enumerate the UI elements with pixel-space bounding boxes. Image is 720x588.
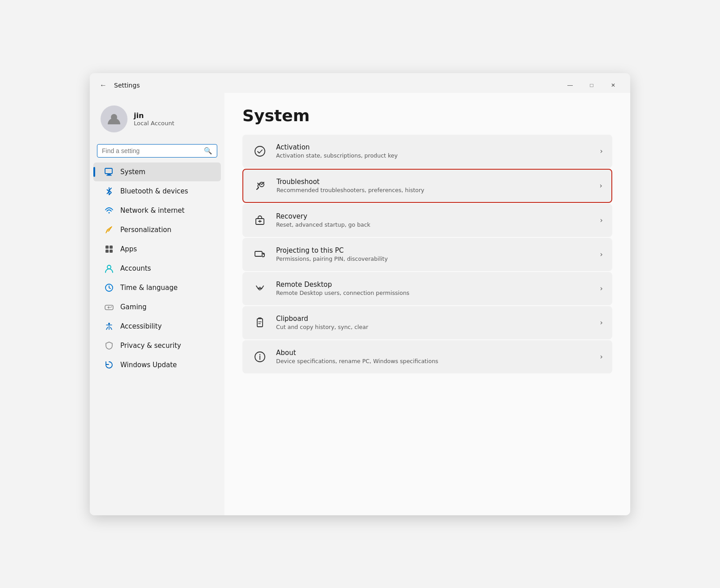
settings-item-recovery[interactable]: Recovery Reset, advanced startup, go bac… [242,204,612,237]
settings-item-projecting[interactable]: Projecting to this PC Permissions, pairi… [242,238,612,271]
recovery-chevron: › [600,216,603,224]
avatar [101,105,127,132]
personalization-icon [104,225,114,235]
sidebar-item-time[interactable]: Time & language [93,278,221,297]
titlebar: ← Settings — □ ✕ [90,73,630,93]
settings-item-remote[interactable]: Remote Desktop Remote Desktop users, con… [242,272,612,305]
settings-item-clipboard[interactable]: Clipboard Cut and copy history, sync, cl… [242,306,612,339]
svg-point-13 [110,307,111,308]
sidebar-item-network[interactable]: Network & internet [93,201,221,220]
remote-desc: Remote Desktop users, connection permiss… [276,290,600,296]
sidebar-item-apps-label: Apps [120,245,137,253]
activation-text: Activation Activation state, subscriptio… [276,143,600,159]
settings-item-activation[interactable]: Activation Activation state, subscriptio… [242,135,612,168]
about-icon [252,349,268,365]
recovery-text: Recovery Reset, advanced startup, go bac… [276,212,600,228]
troubleshoot-chevron: › [600,181,602,190]
remote-title: Remote Desktop [276,281,600,289]
recovery-icon [252,212,268,228]
minimize-button[interactable]: — [560,79,580,92]
time-icon [104,283,114,293]
system-icon [104,167,114,177]
sidebar-item-personalization[interactable]: Personalization [93,220,221,239]
settings-list: Activation Activation state, subscriptio… [242,135,612,373]
sidebar-item-bluetooth[interactable]: Bluetooth & devices [93,182,221,201]
activation-title: Activation [276,143,600,151]
sidebar-item-system-label: System [120,168,145,176]
network-icon [104,206,114,215]
sidebar-item-update-label: Windows Update [120,361,177,369]
activation-desc: Activation state, subscriptions, product… [276,152,600,159]
remote-icon [252,281,268,297]
svg-rect-7 [110,246,113,249]
maximize-button[interactable]: □ [582,79,601,92]
settings-item-troubleshoot[interactable]: Troubleshoot Recommended troubleshooters… [242,169,612,203]
svg-point-14 [111,306,112,307]
about-chevron: › [600,352,603,361]
recovery-desc: Reset, advanced startup, go back [276,221,600,228]
clipboard-icon [252,315,268,331]
svg-rect-8 [105,250,109,253]
user-sub: Local Account [134,120,174,127]
privacy-icon [104,341,114,351]
back-button[interactable]: ← [97,79,110,92]
sidebar-item-accessibility[interactable]: Accessibility [93,317,221,336]
sidebar-item-accounts-label: Accounts [120,264,151,272]
settings-item-about[interactable]: About Device specifications, rename PC, … [242,340,612,373]
sidebar-item-accessibility-label: Accessibility [120,322,162,330]
search-input[interactable] [102,147,200,154]
close-button[interactable]: ✕ [603,79,623,92]
troubleshoot-desc: Recommended troubleshooters, preferences… [277,187,600,193]
user-section[interactable]: jin Local Account [90,97,224,140]
page-title: System [242,106,612,125]
projecting-title: Projecting to this PC [276,246,600,255]
about-desc: Device specifications, rename PC, Window… [276,358,600,364]
apps-icon [104,244,114,254]
sidebar-item-privacy-label: Privacy & security [120,342,181,350]
svg-rect-19 [255,251,262,256]
sidebar-item-bluetooth-label: Bluetooth & devices [120,187,188,195]
sidebar-item-time-label: Time & language [120,284,178,292]
svg-point-15 [108,323,110,325]
accessibility-icon [104,321,114,331]
sidebar-item-system[interactable]: System [93,162,221,181]
activation-icon [252,143,268,159]
svg-rect-3 [106,175,112,176]
svg-point-20 [263,253,264,254]
main-content: System Activation Activation state, subs… [224,93,630,515]
svg-rect-22 [257,319,263,327]
svg-rect-6 [105,246,109,249]
projecting-chevron: › [600,250,603,259]
sidebar-item-accounts[interactable]: Accounts [93,259,221,278]
projecting-text: Projecting to this PC Permissions, pairi… [276,246,600,262]
sidebar-item-network-label: Network & internet [120,206,184,215]
svg-rect-1 [105,168,112,174]
accounts-icon [104,263,114,273]
remote-text: Remote Desktop Remote Desktop users, con… [276,281,600,296]
projecting-desc: Permissions, pairing PIN, discoverabilit… [276,255,600,262]
sidebar-item-apps[interactable]: Apps [93,240,221,259]
sidebar-item-privacy[interactable]: Privacy & security [93,336,221,355]
troubleshoot-text: Troubleshoot Recommended troubleshooters… [277,178,600,193]
svg-point-16 [255,146,265,156]
user-name: jin [134,111,174,120]
svg-point-10 [107,265,111,269]
sidebar-item-gaming[interactable]: Gaming [93,298,221,316]
clipboard-text: Clipboard Cut and copy history, sync, cl… [276,315,600,330]
projecting-icon [252,246,268,263]
titlebar-controls: — □ ✕ [560,79,623,92]
sidebar-item-update[interactable]: Windows Update [93,355,221,374]
update-icon [104,360,114,370]
sidebar: jin Local Account 🔍 [90,93,224,515]
gaming-icon [104,302,114,312]
sidebar-nav: System Bluetooth & devices [90,162,224,375]
troubleshoot-icon [252,178,268,194]
recovery-title: Recovery [276,212,600,220]
settings-window: ← Settings — □ ✕ jin Local Account [90,73,630,515]
remote-chevron: › [600,284,603,293]
activation-chevron: › [600,147,603,155]
search-icon: 🔍 [204,147,212,155]
clipboard-chevron: › [600,318,603,327]
search-box[interactable]: 🔍 [97,144,217,158]
svg-rect-2 [107,174,111,175]
